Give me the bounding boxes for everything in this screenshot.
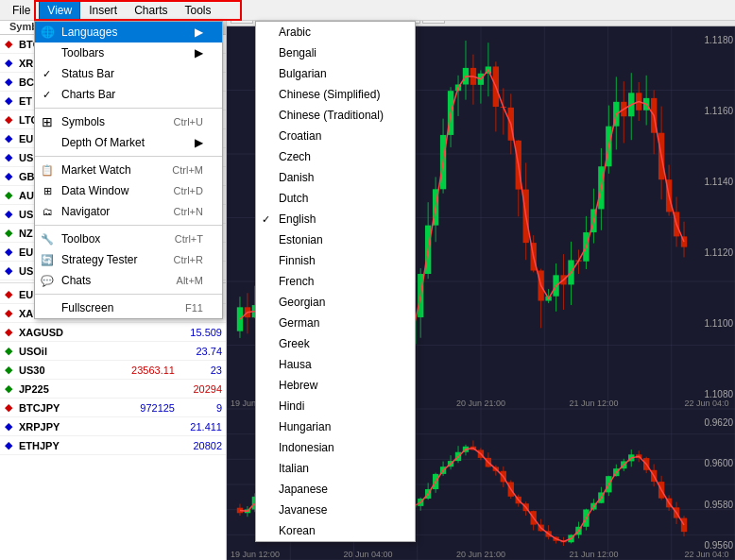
sym-diamond-icon: ◆ [0,151,17,163]
sym-name: JP225 [17,383,150,395]
lang-item[interactable]: Hindi [256,396,415,416]
lang-item[interactable]: German [256,313,415,333]
data-window-item[interactable]: ⊞ Data Window Ctrl+D [35,180,222,201]
fullscreen-item[interactable]: Fullscreen F11 [35,297,222,318]
symbols-icon: ⊞ [39,113,56,130]
nav-shortcut: Ctrl+N [155,206,203,217]
sep-c [35,225,222,226]
sym-diamond-icon: ◆ [0,345,17,357]
lang-item[interactable]: Indonesian [256,437,415,458]
lang-item[interactable]: Dutch [256,188,415,209]
lang-item[interactable]: Arabic [256,22,415,42]
sym-name: XAGUSD [17,327,150,338]
lang-item[interactable]: Croatian [256,126,415,146]
toolbars-item[interactable]: Toolbars ▶ [35,42,222,63]
sym-name: BTCJPY [17,402,103,414]
sym-diamond-icon: ◆ [0,264,17,277]
strategy-tester-icon: 🔄 [39,251,56,268]
lang-item[interactable]: Hausa [256,354,415,375]
market-row[interactable]: ◆ XAGUSD 15.509 [0,323,226,342]
sym-diamond-icon: ◆ [0,401,17,414]
dw-shortcut: Ctrl+D [155,185,203,196]
sym-bid: 21.411 [150,421,226,433]
market-watch-icon: 📋 [39,161,56,178]
chats-shortcut: Alt+M [158,275,203,286]
languages-item[interactable]: 🌐 Languages ▶ [35,22,222,42]
sym-name: USOil [17,346,150,357]
lang-check: ✓ [262,213,270,226]
sym-diamond-icon: ◆ [0,420,17,433]
lang-item[interactable]: Greek [256,333,415,354]
lang-item[interactable]: Czech [256,146,415,167]
lang-item[interactable]: Bulgarian [256,63,415,84]
sym-diamond-icon: ◆ [0,307,17,319]
sym-ask: 9 [179,402,226,414]
sym-diamond-icon: ◆ [0,57,17,69]
menu-bar: File View Insert Charts Tools [0,0,735,21]
languages-submenu: ArabicBengaliBulgarianChinese (Simplifie… [255,21,416,542]
lang-item[interactable]: Hebrew [256,375,415,396]
status-bar-item[interactable]: ✓ Status Bar [35,63,222,84]
lang-item[interactable]: Georgian [256,292,415,313]
sym-diamond-icon: ◆ [0,439,17,451]
lang-item[interactable]: Hungarian [256,416,415,437]
tb-shortcut: Ctrl+T [156,233,203,245]
sym-diamond-icon: ◆ [0,382,17,395]
lang-item[interactable]: Italian [256,458,415,479]
view-dropdown: 🌐 Languages ▶ Toolbars ▶ ✓ Status Bar ✓ … [34,21,223,319]
sym-diamond-icon: ◆ [0,38,17,50]
sym-diamond-icon: ◆ [0,208,17,220]
lang-item[interactable]: Japanese [256,479,415,500]
sym-diamond-icon: ◆ [0,246,17,258]
market-row[interactable]: ◆ ETHJPY 20802 [0,436,226,455]
lang-item[interactable]: Korean [256,520,415,541]
lang-item[interactable]: Bengali [256,42,415,63]
lang-item[interactable]: Danish [256,167,415,188]
chats-icon: 💬 [39,272,56,289]
languages-arrow: ▶ [185,25,203,39]
market-row[interactable]: ◆ JP225 20294 [0,380,226,399]
mw-shortcut: Ctrl+M [153,164,203,176]
symbols-item[interactable]: ⊞ Symbols Ctrl+U [35,111,222,132]
market-row[interactable]: ◆ XRPJPY 21.411 [0,417,226,436]
toolbox-icon: 🔧 [39,230,56,247]
lang-item[interactable]: Chinese (Traditional) [256,105,415,126]
strategy-tester-item[interactable]: 🔄 Strategy Tester Ctrl+R [35,249,222,270]
st-shortcut: Ctrl+R [155,254,203,265]
charts-check: ✓ [43,89,51,101]
sym-ask: 23 [179,365,226,376]
charts-bar-item[interactable]: ✓ Charts Bar [35,84,222,105]
lang-item[interactable]: Estonian [256,229,415,250]
view-menu[interactable]: View [39,1,80,20]
depth-market-item[interactable]: Depth Of Market ▶ [35,132,222,153]
insert-menu[interactable]: Insert [80,1,126,20]
tools-menu[interactable]: Tools [177,1,220,20]
sym-bid: 23.74 [150,346,226,357]
sym-bid: 15.509 [150,327,226,338]
sym-bid: 972125 [103,402,179,414]
file-menu[interactable]: File [4,1,39,20]
market-row[interactable]: ◆ USOil 23.74 [0,342,226,361]
sym-diamond-icon: ◆ [0,288,17,300]
sym-diamond-icon: ◆ [0,170,17,182]
lang-item[interactable]: Finnish [256,250,415,271]
lang-item[interactable]: ✓English [256,209,415,229]
data-window-icon: ⊞ [39,182,56,199]
market-watch-item[interactable]: 📋 Market Watch Ctrl+M [35,160,222,180]
navigator-item[interactable]: 🗂 Navigator Ctrl+N [35,201,222,222]
navigator-icon: 🗂 [39,203,56,220]
status-check: ✓ [43,68,51,80]
lang-item[interactable]: French [256,271,415,292]
sym-diamond-icon: ◆ [0,76,17,88]
charts-menu[interactable]: Charts [126,1,176,20]
lang-item[interactable]: Javanese [256,500,415,520]
lang-item[interactable]: Chinese (Simplified) [256,84,415,105]
sym-diamond-icon: ◆ [0,227,17,239]
sym-diamond-icon: ◆ [0,94,17,107]
toolbox-item[interactable]: 🔧 Toolbox Ctrl+T [35,229,222,249]
fs-shortcut: F11 [166,302,203,314]
market-row[interactable]: ◆ US30 23563.11 23 [0,361,226,380]
market-row[interactable]: ◆ BTCJPY 972125 9 [0,399,226,417]
chats-item[interactable]: 💬 Chats Alt+M [35,270,222,291]
symbols-shortcut: Ctrl+U [155,116,203,127]
